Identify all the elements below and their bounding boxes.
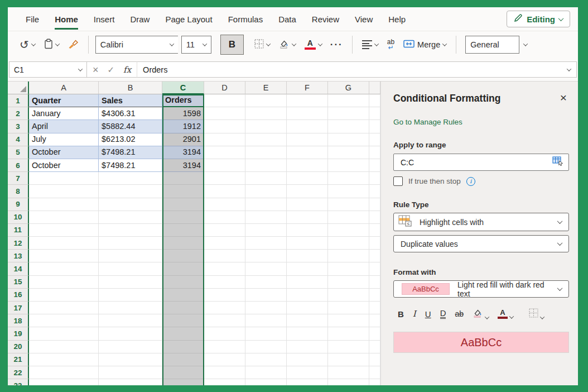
row-header-7[interactable]: 7 <box>8 172 29 185</box>
cell-A4[interactable]: July <box>29 133 99 146</box>
cell-E20[interactable] <box>245 341 287 353</box>
more-options-button[interactable]: ··· <box>328 39 345 50</box>
cell-A9[interactable] <box>29 198 99 211</box>
range-input[interactable]: C:C <box>393 154 569 171</box>
cell-F4[interactable] <box>287 133 328 146</box>
number-format-combo[interactable]: General <box>465 36 519 54</box>
cell-E19[interactable] <box>245 327 287 340</box>
cell-D3[interactable] <box>204 120 245 133</box>
menu-item-home[interactable]: Home <box>47 7 86 31</box>
row-header-21[interactable]: 21 <box>8 353 29 366</box>
cell-stub11[interactable] <box>369 224 380 237</box>
cell-F6[interactable] <box>287 159 328 172</box>
cell-G19[interactable] <box>328 327 369 340</box>
undo-button[interactable]: ↺ <box>17 37 38 52</box>
cell-C8[interactable] <box>162 185 204 198</box>
row-header-23[interactable]: 23 <box>8 379 29 385</box>
cell-stub1[interactable] <box>369 94 380 107</box>
cell-D21[interactable] <box>204 353 245 366</box>
cell-stub16[interactable] <box>369 289 380 302</box>
rule-condition-dropdown[interactable]: Duplicate values <box>393 235 569 252</box>
column-header-stub[interactable] <box>369 82 380 94</box>
cell-G7[interactable] <box>328 172 369 185</box>
cell-G22[interactable] <box>328 366 369 379</box>
cell-G15[interactable] <box>328 276 369 289</box>
cell-A16[interactable] <box>29 289 99 302</box>
menu-item-page-layout[interactable]: Page Layout <box>157 7 220 31</box>
cell-stub8[interactable] <box>369 185 380 198</box>
cell-D23[interactable] <box>204 379 245 385</box>
cell-G16[interactable] <box>328 289 369 302</box>
cell-G12[interactable] <box>328 237 369 250</box>
format-fill-color-button[interactable] <box>473 308 489 319</box>
wrap-text-button[interactable]: ab↵ <box>384 37 397 52</box>
menu-item-formulas[interactable]: Formulas <box>220 7 271 31</box>
select-all-corner[interactable] <box>8 82 29 94</box>
cell-stub19[interactable] <box>369 327 380 340</box>
cell-B15[interactable] <box>99 276 162 289</box>
cell-B5[interactable]: $7498.21 <box>99 146 162 159</box>
cell-stub7[interactable] <box>369 172 380 185</box>
cell-stub12[interactable] <box>369 237 380 250</box>
cell-B23[interactable] <box>99 379 162 385</box>
cell-A15[interactable] <box>29 276 99 289</box>
cell-E14[interactable] <box>245 262 287 275</box>
cell-stub9[interactable] <box>369 198 380 211</box>
cell-A17[interactable] <box>29 302 99 314</box>
cell-F19[interactable] <box>287 327 328 340</box>
row-header-8[interactable]: 8 <box>8 185 29 198</box>
cell-G14[interactable] <box>328 262 369 275</box>
cell-stub4[interactable] <box>369 133 380 146</box>
menu-item-review[interactable]: Review <box>304 7 347 31</box>
cell-stub20[interactable] <box>369 341 380 353</box>
cell-G2[interactable] <box>328 107 369 120</box>
cell-E10[interactable] <box>245 211 287 224</box>
format-strikethrough-button[interactable]: ab <box>455 309 464 318</box>
cell-C2[interactable]: 1598 <box>162 107 204 120</box>
cell-stub14[interactable] <box>369 262 380 275</box>
format-bold-button[interactable]: B <box>398 309 404 319</box>
cell-B9[interactable] <box>99 198 162 211</box>
cell-D15[interactable] <box>204 276 245 289</box>
row-header-6[interactable]: 6 <box>8 159 29 172</box>
row-header-20[interactable]: 20 <box>8 341 29 353</box>
cell-F1[interactable] <box>287 94 328 107</box>
cell-B8[interactable] <box>99 185 162 198</box>
cell-D11[interactable] <box>204 224 245 237</box>
font-name-combo[interactable]: Calibri <box>95 36 178 54</box>
cell-G9[interactable] <box>328 198 369 211</box>
cell-A8[interactable] <box>29 185 99 198</box>
row-header-9[interactable]: 9 <box>8 198 29 211</box>
cell-G20[interactable] <box>328 341 369 353</box>
cell-C5[interactable]: 3194 <box>162 146 204 159</box>
cell-D10[interactable] <box>204 211 245 224</box>
cell-C10[interactable] <box>162 211 204 224</box>
bold-button[interactable]: B <box>220 35 244 55</box>
cell-D19[interactable] <box>204 327 245 340</box>
cell-E4[interactable] <box>245 133 287 146</box>
column-header-G[interactable]: G <box>328 82 369 94</box>
cell-E13[interactable] <box>245 250 287 262</box>
cell-E11[interactable] <box>245 224 287 237</box>
column-header-A[interactable]: A <box>29 82 99 94</box>
cell-F21[interactable] <box>287 353 328 366</box>
row-header-5[interactable]: 5 <box>8 146 29 159</box>
cell-A6[interactable]: October <box>29 159 99 172</box>
cell-F7[interactable] <box>287 172 328 185</box>
enter-icon[interactable]: ✓ <box>108 65 115 75</box>
cell-D12[interactable] <box>204 237 245 250</box>
format-font-color-button[interactable]: A <box>498 309 513 319</box>
expand-formula-bar-icon[interactable] <box>567 66 571 71</box>
cell-C13[interactable] <box>162 250 204 262</box>
cell-stub15[interactable] <box>369 276 380 289</box>
if-true-then-stop-checkbox[interactable] <box>393 176 403 186</box>
cell-D16[interactable] <box>204 289 245 302</box>
format-double-underline-button[interactable]: D <box>440 309 446 319</box>
cell-E16[interactable] <box>245 289 287 302</box>
row-header-1[interactable]: 1 <box>8 94 29 107</box>
cell-D13[interactable] <box>204 250 245 262</box>
cell-A22[interactable] <box>29 366 99 379</box>
cell-stub5[interactable] <box>369 146 380 159</box>
cell-G21[interactable] <box>328 353 369 366</box>
cell-F5[interactable] <box>287 146 328 159</box>
